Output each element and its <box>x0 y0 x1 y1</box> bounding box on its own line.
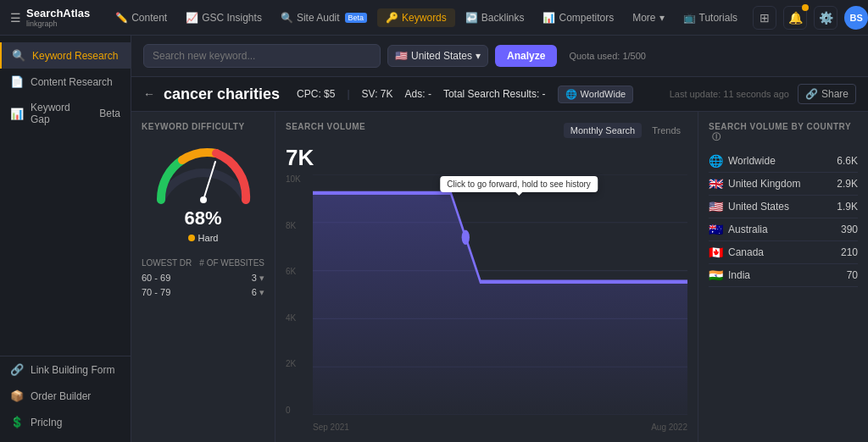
sv-header: SEARCH VOLUME Monthly Search Trends <box>286 122 687 138</box>
dr-row-1: 60 - 69 3 ▾ <box>142 271 264 285</box>
dollar-icon: 💲 <box>10 416 24 428</box>
y-axis-labels: 10K 8K 6K 4K 2K 0 <box>286 174 311 415</box>
uk-flag: 🇬🇧 <box>709 177 723 191</box>
sidebar-item-pricing[interactable]: 💲 PricIng <box>0 409 131 435</box>
worldwide-flag: 🌐 <box>709 154 723 168</box>
search-bar: 🇺🇸 United States ▾ Analyze Quota used: 1… <box>131 36 868 77</box>
settings-icon[interactable]: ⚙️ <box>814 6 837 30</box>
share-button[interactable]: 🔗 Share <box>798 84 856 104</box>
country-row-us: 🇺🇸United States 1.9K <box>709 196 858 218</box>
nav-content[interactable]: ✏️ Content <box>107 8 175 27</box>
backlink-icon: ↩️ <box>465 12 478 24</box>
bell-icon[interactable]: 🔔 <box>783 6 807 30</box>
nav-items: ✏️ Content 📈 GSC Insights 🔍 Site Audit B… <box>107 8 746 27</box>
au-flag: 🇦🇺 <box>709 223 723 236</box>
content-icon: ✏️ <box>115 12 128 24</box>
country-row-worldwide: 🌐Worldwide 6.6K <box>709 150 858 173</box>
chart-tooltip: Click to go forward, hold to see history <box>440 176 598 192</box>
analyze-button[interactable]: Analyze <box>495 45 557 67</box>
sidebar-item-link-building[interactable]: 🔗 Link Building Form <box>0 356 131 383</box>
hard-dot <box>188 235 195 241</box>
gauge-chart <box>153 145 254 204</box>
country-row-uk: 🇬🇧United Kingdom 2.9K <box>709 173 858 196</box>
sv-panel-title: SEARCH VOLUME <box>286 122 365 131</box>
gap-icon: 📊 <box>10 108 24 120</box>
key-icon: 🔑 <box>386 12 398 24</box>
document-icon: 📄 <box>10 75 24 88</box>
chevron-icon: ▾ <box>476 50 481 62</box>
country-row-au: 🇦🇺Australia 390 <box>709 218 858 241</box>
ca-flag: 🇨🇦 <box>709 246 723 259</box>
main-layout: 🔍 Keyword Research 📄 Content Research 📊 … <box>0 36 868 442</box>
sv-value: 7K <box>286 145 687 171</box>
chart-icon: 📈 <box>186 12 198 24</box>
avatar[interactable]: BS <box>844 6 868 30</box>
expand-icon-1[interactable]: ▾ <box>259 273 264 283</box>
nav-right-actions: ⊞ 🔔 ⚙️ BS ▾ <box>753 6 868 30</box>
search-icon: 🔍 <box>12 49 25 62</box>
chart-inner: Click to go forward, hold to see history <box>313 174 687 415</box>
nav-competitors[interactable]: 📊 Competitors <box>534 8 622 27</box>
sidebar-item-keyword-research[interactable]: 🔍 Keyword Research <box>0 42 131 69</box>
sv-chart-wrap: 10K 8K 6K 4K 2K 0 Click to go forward, h… <box>286 174 687 432</box>
x-axis-labels: Sep 2021 Aug 2022 <box>313 423 687 432</box>
gauge-label: Hard <box>188 233 219 243</box>
kd-panel-title: KEYWORD DIFFICULTY <box>142 122 264 131</box>
data-panels: KEYWORD DIFFICULTY <box>131 112 868 442</box>
share-icon: 🔗 <box>805 88 818 100</box>
tutorial-icon: 📺 <box>683 12 696 24</box>
beta-badge: Beta <box>345 13 368 23</box>
globe-icon: 🌐 <box>565 89 577 100</box>
sidebar-item-order-builder[interactable]: 📦 Order Builder <box>0 383 131 409</box>
country-panel: SEARCH VOLUME BY COUNTRY ⓘ 🌐Worldwide 6.… <box>698 112 868 442</box>
country-selector[interactable]: 🇺🇸 United States ▾ <box>387 45 488 67</box>
tab-trends[interactable]: Trends <box>645 123 687 138</box>
search-input[interactable] <box>143 44 381 68</box>
tab-monthly-search[interactable]: Monthly Search <box>564 123 642 138</box>
quota-text: Quota used: 1/500 <box>569 51 646 61</box>
country-row-ca: 🇨🇦Canada 210 <box>709 241 858 264</box>
logo: ☰ SearchAtlas linkgraph <box>10 7 90 28</box>
nav-gsc[interactable]: 📈 GSC Insights <box>177 8 270 27</box>
geo-selector[interactable]: 🌐 WorldWide <box>558 86 634 103</box>
logo-text: SearchAtlas linkgraph <box>26 7 90 28</box>
gauge-area: 68% Hard <box>142 145 264 243</box>
chevron-down-icon: ▾ <box>659 12 665 24</box>
sidebar-item-keyword-gap[interactable]: 📊 Keyword Gap Beta <box>0 95 131 132</box>
sidebar-item-content-research[interactable]: 📄 Content Research <box>0 69 131 95</box>
dr-col2-header: # of Websites <box>199 258 264 268</box>
dr-col1-header: Lowest DR <box>142 258 192 268</box>
keyword-header: ← cancer charities CPC: $5 | SV: 7K Ads:… <box>131 77 868 112</box>
gauge-value: 68% <box>184 207 221 229</box>
dr-table: Lowest DR # of Websites 60 - 69 3 ▾ 70 -… <box>142 258 264 300</box>
country-row-in: 🇮🇳India 70 <box>709 264 858 287</box>
svg-point-8 <box>462 230 470 245</box>
in-flag: 🇮🇳 <box>709 268 723 282</box>
audit-icon: 🔍 <box>281 12 293 24</box>
dr-row-2: 70 - 79 6 ▾ <box>142 285 264 300</box>
nav-site-audit[interactable]: 🔍 Site Audit Beta <box>272 8 376 27</box>
nav-tutorials[interactable]: 📺 Tutorials <box>675 8 747 27</box>
sidebar-bottom: 🔗 Link Building Form 📦 Order Builder 💲 P… <box>0 356 131 435</box>
link-icon: 🔗 <box>10 363 24 376</box>
us-flag: 🇺🇸 <box>709 200 723 213</box>
last-update: Last update: 11 seconds ago <box>670 89 789 99</box>
top-navigation: ☰ SearchAtlas linkgraph ✏️ Content 📈 GSC… <box>0 0 868 36</box>
country-panel-title: SEARCH VOLUME BY COUNTRY ⓘ <box>709 122 858 143</box>
back-button[interactable]: ← <box>143 87 155 101</box>
keyword-difficulty-panel: KEYWORD DIFFICULTY <box>131 112 275 442</box>
sv-tabs: Monthly Search Trends <box>564 123 687 138</box>
sidebar: 🔍 Keyword Research 📄 Content Research 📊 … <box>0 36 131 442</box>
nav-more[interactable]: More ▾ <box>624 8 672 27</box>
info-icon[interactable]: ⓘ <box>712 132 721 141</box>
keyword-meta: CPC: $5 | SV: 7K Ads: - Total Search Res… <box>297 86 633 103</box>
nav-keywords[interactable]: 🔑 Keywords <box>377 8 455 27</box>
box-icon: 📦 <box>10 390 24 402</box>
search-volume-panel: SEARCH VOLUME Monthly Search Trends 7K 1… <box>275 112 698 442</box>
nav-backlinks[interactable]: ↩️ Backlinks <box>457 8 533 27</box>
svg-point-1 <box>200 196 207 203</box>
hamburger-icon[interactable]: ☰ <box>10 11 21 25</box>
expand-icon-2[interactable]: ▾ <box>259 287 264 297</box>
grid-icon[interactable]: ⊞ <box>753 6 776 30</box>
flag-icon: 🇺🇸 <box>395 50 408 62</box>
